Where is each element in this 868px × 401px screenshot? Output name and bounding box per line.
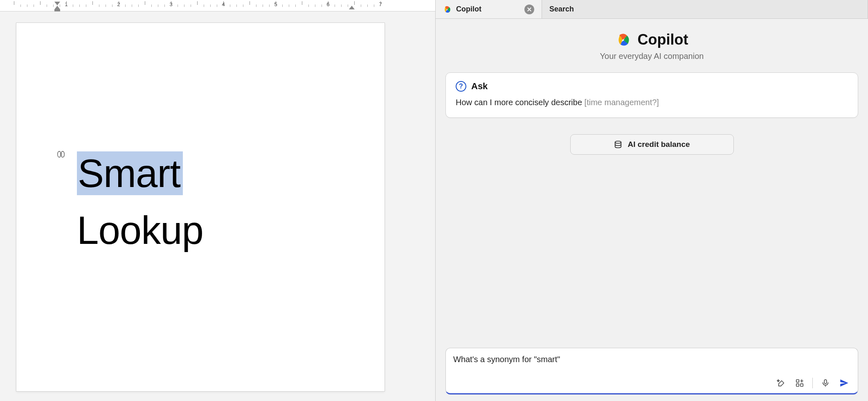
ruler-tick	[79, 5, 80, 7]
selected-text[interactable]: Smart	[77, 151, 183, 195]
microphone-icon[interactable]	[819, 377, 832, 389]
ruler-tick	[191, 5, 191, 7]
ruler-tick	[112, 5, 112, 7]
sparkle-edit-icon[interactable]	[775, 377, 787, 389]
ruler-tick	[289, 5, 289, 7]
suggestion-card-text: How can I more concisely describe [time …	[456, 97, 848, 108]
copilot-header: Copilot Your everyday AI companion	[445, 31, 858, 61]
ruler-tick	[315, 5, 315, 7]
ruler-tick	[250, 1, 250, 5]
ai-credit-balance-button[interactable]: AI credit balance	[570, 134, 734, 155]
toolbar-divider	[812, 378, 813, 388]
ruler-tick	[178, 5, 178, 7]
svg-rect-5	[801, 384, 803, 386]
document-line-2[interactable]: Lookup	[77, 208, 203, 252]
ruler-tick	[367, 5, 368, 7]
first-line-indent-marker[interactable]	[54, 2, 60, 5]
ai-credit-balance-label: AI credit balance	[627, 140, 690, 149]
ruler-tick	[47, 5, 47, 7]
tab-search-label: Search	[549, 5, 574, 14]
document-area: 1234567 Smart Lookup	[0, 0, 435, 401]
copilot-title: Copilot	[638, 31, 688, 48]
copilot-inline-icon[interactable]	[56, 150, 65, 159]
suggestion-text-hint: [time management?]	[585, 98, 659, 107]
ruler-tick	[92, 1, 93, 5]
copilot-logo-icon	[443, 5, 452, 14]
tab-search[interactable]: Search	[542, 0, 868, 18]
suggestion-card-label: Ask	[471, 81, 488, 92]
side-panel-tabs: Copilot Search	[436, 0, 868, 19]
ruler-tick	[184, 5, 184, 7]
ruler-tick	[14, 1, 14, 5]
ruler-tick	[164, 5, 165, 7]
close-copilot-tab-icon[interactable]	[524, 5, 534, 14]
ruler-tick	[106, 5, 106, 7]
send-button[interactable]	[838, 377, 850, 389]
ruler-tick	[73, 5, 73, 7]
ruler-tick	[380, 1, 381, 5]
tab-copilot-label: Copilot	[456, 5, 481, 14]
ruler-tick	[243, 5, 243, 7]
svg-point-2	[615, 141, 621, 144]
ruler-tick	[308, 5, 309, 7]
ruler-tick	[341, 5, 342, 7]
ruler-tick	[354, 1, 355, 5]
ruler-tick	[145, 1, 145, 5]
ruler-tick	[34, 5, 34, 7]
ruler-tick	[20, 5, 21, 7]
copilot-title-row: Copilot	[616, 31, 688, 48]
document-body-text[interactable]: Smart Lookup	[77, 145, 203, 259]
ruler-tick	[197, 1, 198, 5]
ruler-tick	[276, 1, 276, 5]
ruler-tick	[263, 5, 263, 7]
right-indent-marker[interactable]	[349, 6, 355, 9]
ruler-tick	[204, 5, 204, 7]
ruler-tick	[40, 1, 40, 5]
ruler-tick	[302, 1, 302, 5]
document-page[interactable]: Smart Lookup	[16, 23, 385, 391]
ruler-tick	[269, 5, 270, 7]
copilot-side-panel: Copilot Search	[435, 0, 868, 401]
suggestion-card-header: ? Ask	[456, 81, 848, 92]
copilot-panel-body: Copilot Your everyday AI companion ? Ask…	[436, 19, 868, 401]
ruler-tick	[66, 1, 67, 5]
svg-rect-3	[796, 380, 799, 382]
ruler-tick	[151, 5, 152, 7]
ruler-tick	[282, 5, 283, 7]
ruler-tick	[230, 5, 230, 7]
ruler-tick	[125, 5, 126, 7]
apps-add-icon[interactable]	[794, 377, 806, 389]
ruler-tick	[256, 5, 256, 7]
ruler-tick	[210, 5, 211, 7]
ruler-tick	[138, 5, 139, 7]
ruler-tick	[223, 1, 224, 5]
ruler-tick	[236, 5, 237, 7]
ruler-tick	[158, 5, 158, 7]
svg-rect-6	[824, 380, 827, 384]
ruler-tick	[335, 5, 335, 7]
ruler-tick	[374, 5, 374, 7]
ask-question-icon: ?	[456, 81, 466, 92]
credits-stack-icon	[614, 140, 623, 149]
copilot-subtitle: Your everyday AI companion	[600, 52, 704, 61]
ruler-tick	[322, 5, 322, 7]
copilot-prompt-box[interactable]	[445, 348, 858, 394]
suggestion-card-ask[interactable]: ? Ask How can I more concisely describe …	[445, 72, 858, 118]
ruler-tick	[53, 5, 54, 7]
app-root: 1234567 Smart Lookup	[0, 0, 868, 401]
copilot-logo-large-icon	[616, 32, 632, 48]
ruler-tick	[27, 5, 27, 7]
ruler-tick	[361, 5, 361, 7]
horizontal-ruler[interactable]: 1234567	[0, 0, 435, 11]
copilot-prompt-input[interactable]	[453, 355, 850, 374]
ruler-tick	[217, 5, 217, 7]
ruler-tick	[132, 5, 132, 7]
ruler-tick	[99, 5, 99, 7]
suggestion-text-main: How can I more concisely describe	[456, 98, 585, 107]
svg-rect-4	[796, 384, 799, 386]
ruler-tick	[328, 1, 328, 5]
hanging-indent-marker[interactable]	[54, 6, 60, 9]
flex-spacer	[445, 155, 858, 348]
tab-copilot[interactable]: Copilot	[436, 0, 542, 18]
ruler-tick	[348, 5, 348, 7]
